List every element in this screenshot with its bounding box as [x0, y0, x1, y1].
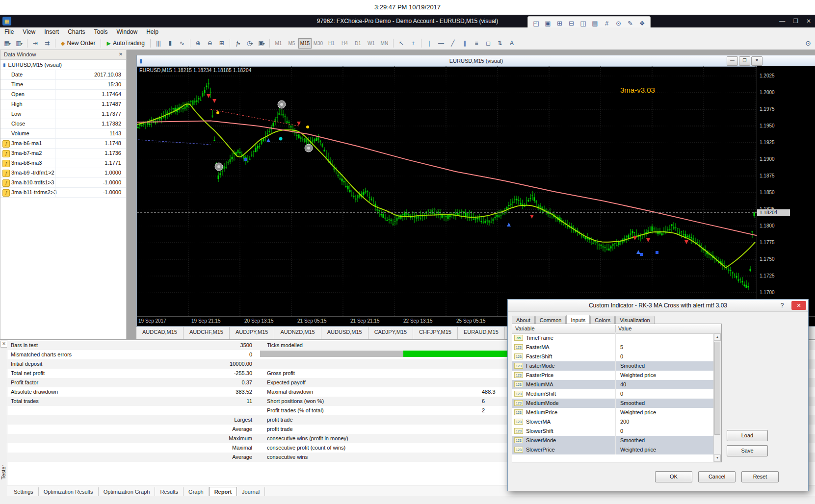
- tile-windows-icon[interactable]: ⊞: [554, 18, 565, 28]
- scroll-down-icon[interactable]: ▼: [714, 454, 721, 462]
- horizontal-line-icon[interactable]: —: [435, 38, 447, 48]
- input-value[interactable]: Weighted price: [620, 371, 656, 380]
- input-row[interactable]: 123 MediumMode Smoothed: [512, 399, 714, 408]
- ok-button[interactable]: OK: [655, 471, 692, 482]
- save-button[interactable]: Save: [727, 445, 768, 456]
- cancel-button[interactable]: Cancel: [698, 471, 736, 482]
- timeframe-button[interactable]: M30: [312, 38, 325, 49]
- input-value[interactable]: 0: [620, 427, 623, 436]
- chart-tab[interactable]: AUDJPY,M15: [230, 327, 274, 339]
- tester-tab[interactable]: Graph: [184, 487, 209, 496]
- tile-horizontal-icon[interactable]: ⊟: [566, 18, 577, 28]
- templates-icon[interactable]: ▣▾: [256, 38, 267, 48]
- tester-tab[interactable]: Optimization Results: [39, 487, 99, 496]
- input-value[interactable]: 200: [620, 417, 629, 427]
- data-window-icon[interactable]: ▤: [589, 18, 601, 28]
- input-value[interactable]: Weighted price: [620, 445, 656, 454]
- trendline-icon[interactable]: ╱: [447, 38, 459, 48]
- input-row[interactable]: 123 FasterMA 5: [512, 343, 714, 352]
- tester-close-icon[interactable]: ✕: [0, 341, 7, 348]
- arrows-icon[interactable]: ⇅: [494, 38, 506, 48]
- input-row[interactable]: 123 MediumPrice Weighted price: [512, 408, 714, 417]
- new-order-button[interactable]: ◆ New Order: [57, 39, 99, 47]
- profiles-icon[interactable]: ▥▾: [13, 38, 25, 48]
- chart-shift-icon[interactable]: ⇥: [29, 38, 41, 48]
- input-row[interactable]: 123 FasterShift 0: [512, 352, 714, 361]
- new-chart-icon[interactable]: ▦▾: [1, 38, 13, 48]
- input-row[interactable]: 123 MediumShift 0: [512, 389, 714, 399]
- auto-scroll-icon[interactable]: ⇉: [41, 38, 53, 48]
- input-row[interactable]: 123 SlowerShift 0: [512, 427, 714, 436]
- search-icon[interactable]: ⊙: [805, 39, 811, 47]
- tester-tab[interactable]: Results: [155, 487, 184, 496]
- chart-plot-area[interactable]: EURUSD,M15 1.18215 1.18234 1.18185 1.182…: [137, 66, 757, 316]
- reset-button[interactable]: Reset: [741, 471, 779, 482]
- scrollbar-thumb[interactable]: [714, 342, 720, 435]
- chart-tab[interactable]: EURAUD,M15: [458, 327, 505, 339]
- text-icon[interactable]: A: [506, 38, 518, 48]
- data-window-close-icon[interactable]: ✕: [117, 51, 124, 58]
- restore-button[interactable]: ❐: [793, 18, 798, 25]
- input-value[interactable]: Smoothed: [620, 361, 645, 371]
- indicators-icon[interactable]: ƒ▾: [232, 38, 244, 48]
- input-row[interactable]: 123 SlowerPrice Weighted price: [512, 445, 714, 454]
- timeframe-button[interactable]: M15: [298, 38, 312, 49]
- menu-item[interactable]: Charts: [63, 27, 89, 37]
- fibonacci-icon[interactable]: ≡: [471, 38, 482, 48]
- menu-item[interactable]: Window: [112, 27, 142, 37]
- zoom-out-icon[interactable]: ⊖: [204, 38, 216, 48]
- dialog-tab[interactable]: Inputs: [566, 315, 590, 325]
- input-row[interactable]: 123 SlowerMA 200: [512, 417, 714, 427]
- chart-tab[interactable]: AUDCAD,M15: [136, 327, 184, 339]
- tester-tab[interactable]: Settings: [9, 487, 39, 496]
- timeframe-button[interactable]: MN: [378, 38, 391, 49]
- cursor-icon[interactable]: ↖: [395, 38, 407, 48]
- navigator-icon[interactable]: #: [601, 18, 612, 28]
- input-row[interactable]: 123 FasterMode Smoothed: [512, 361, 714, 371]
- dialog-help-button[interactable]: ?: [776, 301, 789, 310]
- line-chart-icon[interactable]: ∿: [176, 38, 188, 48]
- menu-item[interactable]: Insert: [40, 27, 63, 37]
- scroll-up-icon[interactable]: ▲: [714, 333, 721, 341]
- tester-tab[interactable]: Report: [209, 487, 237, 496]
- menu-item[interactable]: View: [18, 27, 40, 37]
- input-row[interactable]: 123 SlowerMode Smoothed: [512, 436, 714, 445]
- menu-item[interactable]: Tools: [90, 27, 112, 37]
- tester-tab[interactable]: Optimization Graph: [99, 487, 156, 496]
- timeframe-button[interactable]: M1: [272, 38, 285, 49]
- close-button[interactable]: ✕: [806, 18, 811, 25]
- chart-tab[interactable]: CADJPY,M15: [368, 327, 413, 339]
- cascade-windows-icon[interactable]: ◫: [578, 18, 589, 28]
- input-row[interactable]: ab TimeFrame: [512, 333, 714, 343]
- timeframe-button[interactable]: H1: [325, 38, 338, 49]
- candlestick-icon[interactable]: ▮: [164, 38, 176, 48]
- zoom-in-icon[interactable]: ⊕: [192, 38, 204, 48]
- tile-icon[interactable]: ⊞: [216, 38, 228, 48]
- chart-tab[interactable]: AUDCHF,M15: [184, 327, 230, 339]
- search-icon[interactable]: ⊙: [613, 18, 624, 28]
- input-row[interactable]: 123 FasterPrice Weighted price: [512, 371, 714, 380]
- timeframe-button[interactable]: M5: [285, 38, 298, 49]
- chart-tab[interactable]: CHFJPY,M15: [413, 327, 458, 339]
- vertical-line-icon[interactable]: |: [423, 38, 435, 48]
- timeframe-button[interactable]: H4: [338, 38, 351, 49]
- inputs-scrollbar[interactable]: ▲ ▼: [713, 333, 721, 462]
- input-row[interactable]: 123 MediumMA 40: [512, 380, 714, 389]
- shapes-icon[interactable]: ◻: [482, 38, 494, 48]
- chart-close-button[interactable]: ✕: [751, 56, 762, 66]
- dialog-close-button[interactable]: ✕: [791, 301, 806, 310]
- chart-minimize-button[interactable]: —: [727, 56, 738, 66]
- channel-icon[interactable]: ∥: [459, 38, 471, 48]
- input-value[interactable]: 5: [620, 343, 623, 352]
- chart-tab[interactable]: AUDNZD,M15: [274, 327, 321, 339]
- input-value[interactable]: 0: [620, 389, 623, 399]
- input-value[interactable]: 0: [620, 352, 623, 361]
- chart-restore-button[interactable]: ❐: [739, 56, 750, 66]
- input-value[interactable]: Weighted price: [620, 408, 656, 417]
- periods-icon[interactable]: ◷▾: [244, 38, 256, 48]
- crosshair-icon[interactable]: +: [407, 38, 419, 48]
- bar-chart-icon[interactable]: |||: [153, 38, 164, 48]
- new-window-icon[interactable]: ▣: [542, 18, 553, 28]
- menu-item[interactable]: File: [0, 27, 18, 37]
- input-value[interactable]: 40: [620, 380, 626, 389]
